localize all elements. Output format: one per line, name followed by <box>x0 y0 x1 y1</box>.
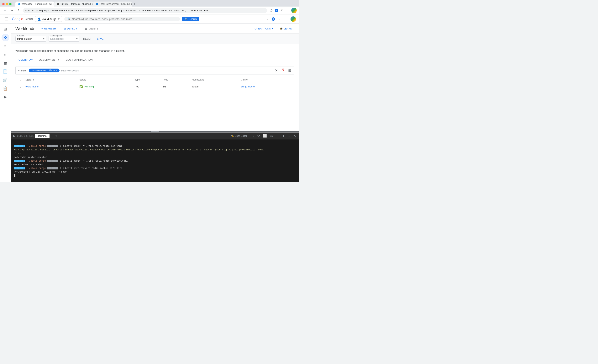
workload-name-link[interactable]: redis-master <box>25 85 39 88</box>
sidebar-item-storage[interactable]: ▦ <box>1 59 9 67</box>
cluster-link[interactable]: surge-cluster <box>241 85 256 88</box>
operations-chevron-icon: ▾ <box>272 27 273 30</box>
maximize-button[interactable] <box>9 3 12 5</box>
delete-button[interactable]: 🗑 DELETE <box>83 26 100 31</box>
cluster-select[interactable]: surge-cluster ▾ <box>16 36 46 41</box>
sidebar-item-marketplace[interactable]: 🛒 <box>1 76 9 84</box>
namespace-select[interactable]: Namespace ▾ <box>49 36 79 41</box>
tab-workloads[interactable]: 🔷 Workloads – Kubernetes Engi ✕ <box>16 1 54 7</box>
terminal-icon[interactable]: ▪ <box>265 16 270 22</box>
project-selector[interactable]: 👤 cloud-surge ▾ <box>35 16 62 22</box>
tab-close-local[interactable]: ✕ <box>131 3 132 5</box>
open-window-icon[interactable]: ⬡ <box>287 133 291 139</box>
table-header-name[interactable]: Name ↑ <box>23 76 77 83</box>
hamburger-menu[interactable]: ☰ <box>3 15 10 23</box>
namespace-chevron-icon: ▾ <box>76 37 78 40</box>
sidebar-item-config[interactable]: 📄 <box>1 68 9 75</box>
sidebar-item-expand[interactable]: ▶ <box>1 93 9 101</box>
tab-cost-optimization[interactable]: COST OPTIMIZATION <box>63 57 96 63</box>
operations-button[interactable]: OPERATIONS ▾ <box>252 26 275 31</box>
menu-icon[interactable]: ⋮ <box>285 8 291 13</box>
search-bar[interactable]: 🔍 <box>64 17 180 21</box>
expand-up-icon[interactable]: ⬆ <box>281 133 285 139</box>
minimize-button[interactable] <box>6 3 8 5</box>
cast-icon[interactable]: ⬡ <box>269 8 274 13</box>
gcp-body: ⊞ ❖ ⛭ ⠿ ▦ 📄 🛒 📋 ▶ Workloads ↻ REFRESH <box>0 24 299 182</box>
close-button[interactable] <box>2 3 5 5</box>
open-editor-button[interactable]: ✏️ Open Editor <box>229 134 249 138</box>
help-circle-icon[interactable]: ? <box>277 16 282 22</box>
filter-chip-close-icon[interactable]: ✕ <box>56 69 58 72</box>
search-button[interactable]: 🔍 Search <box>182 17 199 21</box>
notification-badge[interactable]: 1 <box>275 9 278 12</box>
header-notification-badge[interactable]: 1 <box>272 17 275 21</box>
new-tab-button[interactable]: + <box>132 1 137 7</box>
namespace-select-container: Namespace Namespace ▾ <box>49 36 79 41</box>
tab-observability[interactable]: OBSERVABILITY <box>36 57 63 63</box>
deploy-button[interactable]: ⊞ DEPLOY <box>61 26 80 31</box>
refresh-label: REFRESH <box>44 27 56 30</box>
table-header-status[interactable]: Status <box>77 76 132 83</box>
terminal[interactable]: ████████ :~/cloud-surge ████████ $ kubec… <box>11 140 299 182</box>
terminal-line-2: Warning: autopilot-default-resources-mut… <box>14 149 264 155</box>
help-icon[interactable]: ? <box>279 8 284 13</box>
shell-add-tab[interactable]: + <box>51 134 53 138</box>
tab-github[interactable]: ⚫ GitHub - Steinbeck-Lab/cloud ✕ <box>54 1 93 7</box>
sidebar-item-dashboard[interactable]: ⊞ <box>1 25 9 33</box>
save-button[interactable]: SAVE <box>95 36 105 41</box>
shell-header-actions: ✏️ Open Editor ⬡ ⚙ ⬜ ▭ ⋮ ⬆ ⬡ ✕ <box>229 133 297 139</box>
page-description: Workloads are deployable units of comput… <box>16 49 131 53</box>
tab-overview[interactable]: OVERVIEW <box>16 57 36 63</box>
row-status-cell: ✅ Running <box>77 83 132 90</box>
browser-toolbar: ← → ↻ ⬡ 1 ? ⋮ <box>0 7 299 15</box>
help-filter-icon[interactable]: ❓ <box>280 68 286 73</box>
sidebar-item-apps[interactable]: ⠿ <box>1 51 9 58</box>
gcp-header: ☰ Google Cloud 👤 cloud-surge ▾ 🔍 🔍 Searc… <box>0 15 299 24</box>
sidebar-item-console[interactable]: 📋 <box>1 84 9 92</box>
address-bar[interactable] <box>23 8 267 13</box>
refresh-button[interactable]: ↻ <box>16 8 22 13</box>
cursor <box>14 174 16 177</box>
layout-icon[interactable]: ▭ <box>269 133 274 139</box>
tab-close-github[interactable]: ✕ <box>92 3 93 5</box>
more-icon[interactable]: ⋮ <box>275 133 280 139</box>
row-checkbox-cell <box>16 83 23 90</box>
profile-avatar[interactable] <box>291 8 297 13</box>
refresh-icon: ↻ <box>41 27 43 30</box>
shell-icon: ▶ <box>13 134 16 138</box>
shell-dropdown-icon[interactable]: ▾ <box>54 134 58 138</box>
table-filter-row: ≡ Filter Is system object : False ✕ Filt… <box>16 66 294 75</box>
close-filter-icon[interactable]: ✕ <box>274 68 279 73</box>
row-checkbox[interactable] <box>18 85 21 88</box>
columns-icon[interactable]: ⊟ <box>287 68 292 73</box>
tab-local[interactable]: 🔵 Local Development (minikube ✕ <box>93 1 132 7</box>
search-input[interactable] <box>72 17 177 21</box>
fullscreen-icon[interactable]: ⬜ <box>262 133 268 139</box>
learn-button[interactable]: 🎓 LEARN <box>277 26 294 31</box>
sidebar-item-workloads[interactable]: ❖ <box>1 34 9 41</box>
tab-favicon-workloads: 🔷 <box>18 3 20 5</box>
table-header-cluster[interactable]: Cluster <box>239 76 294 83</box>
toolbar-actions: ⬡ 1 ? ⋮ <box>269 8 297 13</box>
shell-terminal-tab[interactable]: Terminal <box>35 134 49 138</box>
tab-menu-button[interactable]: ⌄ <box>292 2 297 7</box>
tab-close-workloads[interactable]: ✕ <box>53 3 54 5</box>
table-header-namespace[interactable]: Namespace <box>189 76 239 83</box>
table-header-type[interactable]: Type <box>132 76 160 83</box>
back-button[interactable]: ← <box>2 8 8 13</box>
sidebar-item-services[interactable]: ⛭ <box>1 42 9 50</box>
cluster-select-container: Cluster surge-cluster ▾ <box>16 36 46 41</box>
settings-icon[interactable]: ⚙ <box>257 133 261 139</box>
user-avatar[interactable] <box>291 16 296 22</box>
filter-label: Filter <box>21 69 27 72</box>
screen-icon[interactable]: ⬡ <box>251 133 255 139</box>
refresh-button[interactable]: ↻ REFRESH <box>39 26 58 31</box>
reset-button[interactable]: RESET <box>82 36 93 41</box>
forward-button[interactable]: → <box>9 8 15 13</box>
dots-menu-icon[interactable]: ⋮ <box>283 16 289 22</box>
select-all-checkbox[interactable] <box>18 78 21 81</box>
close-shell-icon[interactable]: ✕ <box>293 133 297 139</box>
filter-chip[interactable]: Is system object : False ✕ <box>29 69 59 72</box>
cluster-value: surge-cluster <box>17 37 42 40</box>
table-header-pods[interactable]: Pods <box>160 76 189 83</box>
